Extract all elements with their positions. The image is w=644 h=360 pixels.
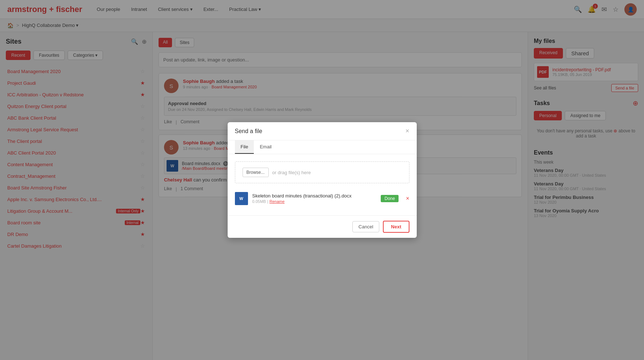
next-button[interactable]: Next: [383, 221, 409, 233]
modal-footer: Cancel Next: [228, 215, 417, 238]
progress-done: Done: [381, 195, 399, 202]
remove-file-icon[interactable]: ×: [406, 195, 409, 202]
send-file-modal: Send a file × File Email Browse... or dr…: [228, 122, 417, 238]
file-upload-info: Skeleton board minutes (transactional) (…: [252, 193, 377, 204]
file-upload-name: Skeleton board minutes (transactional) (…: [252, 193, 377, 199]
modal-title: Send a file: [235, 128, 263, 135]
browse-button[interactable]: Browse...: [243, 168, 269, 177]
file-upload-item: W Skeleton board minutes (transactional)…: [235, 189, 409, 208]
modal-header: Send a file ×: [228, 122, 417, 140]
file-size: 0.05MB: [252, 199, 266, 204]
rename-link[interactable]: Rename: [269, 199, 285, 204]
modal-overlay[interactable]: Send a file × File Email Browse... or dr…: [0, 0, 644, 360]
modal-tab-email[interactable]: Email: [254, 140, 277, 154]
drop-text: or drag file(s) here: [272, 170, 311, 175]
modal-body: Browse... or drag file(s) here W Skeleto…: [228, 154, 417, 215]
file-upload-meta: 0.05MB | Rename: [252, 199, 377, 204]
close-icon[interactable]: ×: [405, 127, 409, 135]
modal-tabs: File Email: [228, 140, 417, 154]
modal-tab-file[interactable]: File: [235, 140, 254, 154]
cancel-button[interactable]: Cancel: [352, 221, 379, 232]
word-icon: W: [235, 192, 248, 205]
drop-zone[interactable]: Browse... or drag file(s) here: [235, 161, 409, 183]
